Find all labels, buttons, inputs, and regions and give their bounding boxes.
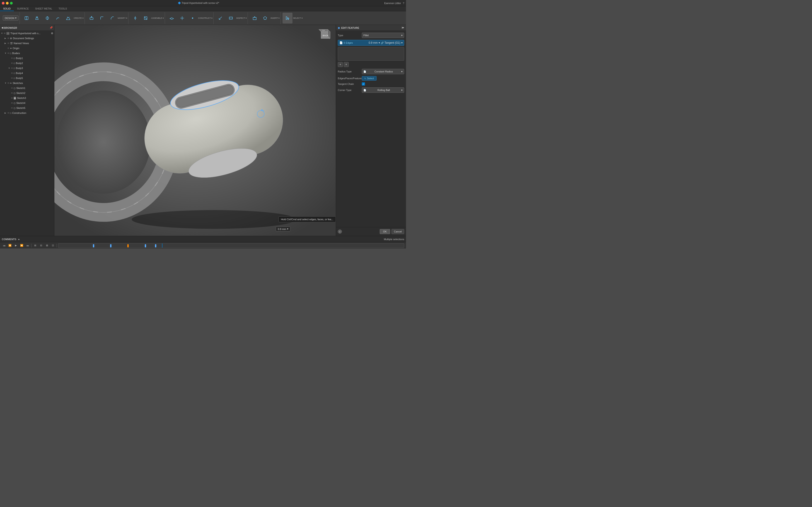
- insert-derive-button[interactable]: [250, 13, 260, 23]
- remove-fillet-button[interactable]: ×: [344, 62, 349, 67]
- root-visibility-icon[interactable]: 👁: [4, 32, 6, 35]
- ok-button[interactable]: OK: [380, 229, 390, 234]
- browser-item-body1[interactable]: ▶ 👁 □ Body1: [0, 56, 54, 61]
- cancel-button[interactable]: Cancel: [392, 229, 404, 234]
- tab-tools[interactable]: TOOLS: [55, 7, 70, 11]
- browser-item-body2[interactable]: ▶ 👁 □ Body2: [0, 61, 54, 66]
- browser-item-sketch2[interactable]: ▶ 👁 ◻ Sketch2: [0, 91, 54, 96]
- timeline-button-3[interactable]: ⊠: [45, 243, 49, 248]
- timeline-item-5[interactable]: [155, 244, 156, 247]
- browser-root-item[interactable]: ▼ 👁 □ Tripod Hyperboloid with s... ⚙: [0, 31, 54, 36]
- rigid-button[interactable]: [141, 13, 151, 23]
- sketch1-visibility-icon[interactable]: 👁: [11, 87, 13, 90]
- bodies-visibility-icon[interactable]: 👁: [7, 52, 9, 55]
- sweep-button[interactable]: [53, 13, 63, 23]
- browser-item-construction[interactable]: ▶ 👁 □ Construction: [0, 110, 54, 115]
- view-cube[interactable]: BACK TOP: [318, 27, 334, 43]
- comments-button[interactable]: COMMENTS: [2, 238, 16, 241]
- playback-start-button[interactable]: ⏮: [2, 243, 6, 248]
- sketch3-visibility-icon[interactable]: 👁: [11, 97, 13, 99]
- named-views-visibility-icon[interactable]: 👁: [7, 42, 9, 45]
- section-button[interactable]: [226, 13, 236, 23]
- doc-settings-visibility-icon[interactable]: 👁: [7, 37, 9, 40]
- window-minimize-button[interactable]: [6, 2, 9, 5]
- window-close-button[interactable]: [2, 2, 5, 5]
- timeline-button-1[interactable]: ⊞: [33, 243, 37, 248]
- window-maximize-button[interactable]: [10, 2, 13, 5]
- measurement-dropdown-icon[interactable]: ▾: [287, 227, 289, 230]
- body5-visibility-icon[interactable]: 👁: [11, 77, 13, 79]
- body1-visibility-icon[interactable]: 👁: [11, 57, 13, 60]
- fillet-tangent-chevron-icon[interactable]: ▾: [401, 41, 403, 44]
- tab-solid[interactable]: SOLID: [0, 7, 14, 11]
- browser-item-sketch3[interactable]: ▶ 👁 ▦ Sketch3: [0, 96, 54, 101]
- fillet-edge-row[interactable]: 📄 6 Edges 0.9 mm ▾ 🔗 Tangent (G1) ▾: [338, 40, 404, 46]
- sketch4-visibility-icon[interactable]: 👁: [11, 102, 13, 104]
- timeline-playhead[interactable]: [162, 243, 162, 247]
- tab-sheet-metal[interactable]: SHEET METAL: [32, 7, 55, 11]
- new-component-button[interactable]: [21, 13, 32, 23]
- body3-visibility-icon[interactable]: 👁: [11, 67, 13, 69]
- info-button[interactable]: ℹ: [338, 229, 342, 234]
- origin-visibility-icon[interactable]: 👁: [7, 47, 9, 50]
- corner-type-dropdown[interactable]: 📄 Rolling Ball ▾: [362, 88, 404, 93]
- timeline-button-2[interactable]: ⊟: [39, 243, 43, 248]
- comments-expand-icon[interactable]: ▲: [18, 238, 20, 240]
- browser-item-sketches[interactable]: ▼ 👁 ✏ Sketches: [0, 80, 54, 86]
- insert-mesh-button[interactable]: [260, 13, 270, 23]
- sketch5-visibility-icon[interactable]: 👁: [11, 107, 13, 109]
- browser-collapse-icon[interactable]: ◀: [1, 26, 3, 29]
- timeline-track[interactable]: [58, 243, 404, 248]
- help-icon[interactable]: ?: [403, 2, 404, 5]
- measurement-overlay[interactable]: 0.9 mm ▾: [276, 227, 291, 231]
- radius-type-dropdown[interactable]: 📄 Constant Radius ▾: [362, 69, 404, 74]
- timeline-button-4[interactable]: ⊡: [51, 243, 55, 248]
- playback-end-button[interactable]: ⏭: [26, 243, 30, 248]
- timeline-item-4[interactable]: [145, 244, 146, 247]
- type-dropdown[interactable]: Fillet ▾: [362, 33, 404, 38]
- revolve-button[interactable]: [42, 13, 52, 23]
- fillet-button[interactable]: [97, 13, 107, 23]
- select-tool-button[interactable]: [283, 13, 293, 23]
- browser-item-body4[interactable]: ▶ 👁 □ Body4: [0, 71, 54, 75]
- browser-item-body3[interactable]: ▼ 👁 □ Body3: [0, 66, 54, 71]
- browser-item-sketch5[interactable]: ▶ 👁 ◻ Sketch5: [0, 106, 54, 110]
- plane-button[interactable]: [167, 13, 177, 23]
- axis-button[interactable]: [177, 13, 187, 23]
- tab-surface[interactable]: SURFACE: [14, 7, 32, 11]
- timeline-item-2[interactable]: [110, 244, 111, 247]
- design-dropdown[interactable]: DESIGN ▾: [3, 15, 18, 20]
- chamfer-button[interactable]: [107, 13, 117, 23]
- browser-item-body5[interactable]: ▶ 👁 □ Body5: [0, 75, 54, 80]
- body4-visibility-icon[interactable]: 👁: [11, 72, 13, 74]
- joint-button[interactable]: [130, 13, 140, 23]
- playback-prev-button[interactable]: ⏪: [8, 243, 12, 248]
- browser-item-doc-settings[interactable]: ▶ 👁 ⚙ Document Settings: [0, 36, 54, 41]
- timeline-item-3[interactable]: [127, 244, 129, 247]
- fillet-radius-chevron-icon[interactable]: ▾: [378, 41, 380, 44]
- browser-item-sketch4[interactable]: ▶ 👁 ◻ Sketch4: [0, 101, 54, 106]
- edit-feature-expand-icon[interactable]: ≫: [401, 26, 404, 29]
- browser-item-sketch1[interactable]: ▶ 👁 ◻ Sketch1: [0, 86, 54, 91]
- measure-button[interactable]: [215, 13, 225, 23]
- browser-item-bodies[interactable]: ▼ 👁 □ Bodies: [0, 51, 54, 56]
- sketch2-visibility-icon[interactable]: 👁: [11, 92, 13, 94]
- construction-visibility-icon[interactable]: 👁: [7, 112, 9, 114]
- body2-visibility-icon[interactable]: 👁: [11, 62, 13, 64]
- browser-item-named-views[interactable]: ▶ 👁 🎬 Named Views: [0, 41, 54, 46]
- point-button[interactable]: [188, 13, 198, 23]
- select-button[interactable]: ↖ Select: [362, 76, 376, 80]
- extrude-button[interactable]: [32, 13, 42, 23]
- press-pull-button[interactable]: [87, 13, 97, 23]
- root-settings-icon[interactable]: ⚙: [51, 32, 53, 35]
- playback-play-button[interactable]: ▶: [14, 243, 18, 248]
- playback-next-button[interactable]: ⏩: [19, 243, 24, 248]
- add-fillet-button[interactable]: +: [338, 62, 343, 67]
- loft-button[interactable]: [63, 13, 73, 23]
- tangent-chain-checkbox[interactable]: ✓: [362, 82, 365, 86]
- timeline-item-1[interactable]: [93, 244, 94, 247]
- viewport[interactable]: ↖ BACK TOP Hold Ctrl/Cmd and select edge…: [54, 25, 336, 236]
- browser-item-origin[interactable]: ▶ 👁 ✦ Origin: [0, 46, 54, 51]
- sketches-visibility-icon[interactable]: 👁: [7, 82, 9, 84]
- browser-pin-icon[interactable]: 📌: [50, 26, 53, 29]
